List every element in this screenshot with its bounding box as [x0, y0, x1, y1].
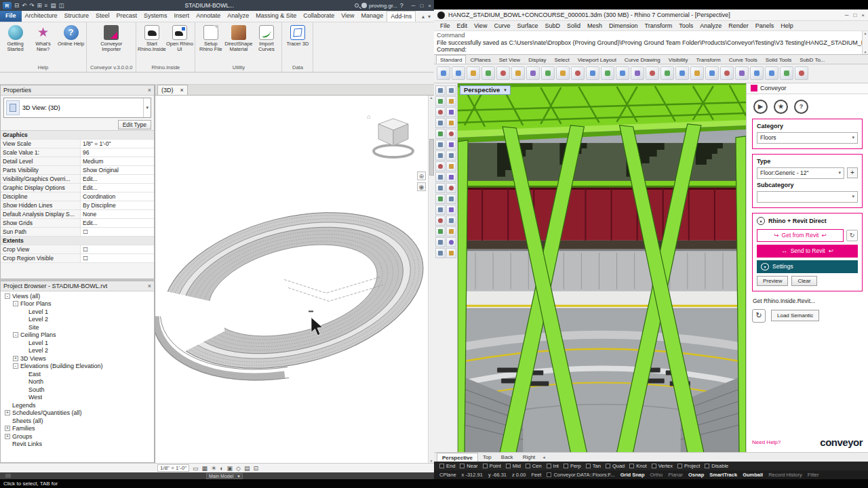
- menu-item[interactable]: File: [437, 22, 454, 29]
- viewport-tab[interactable]: Top: [478, 453, 496, 462]
- view-control-icon[interactable]: ☀: [211, 465, 216, 472]
- expand-icon[interactable]: +: [5, 426, 10, 431]
- close-icon[interactable]: ×: [180, 87, 184, 94]
- qat-icon[interactable]: ⊞: [37, 2, 41, 9]
- toolbar-icon[interactable]: [467, 66, 480, 80]
- palette-icon[interactable]: [446, 205, 456, 215]
- property-row[interactable]: View Scale1/8" = 1'-0": [1, 140, 154, 148]
- status-toggle[interactable]: Planar: [668, 472, 683, 478]
- menu-item[interactable]: Analyze: [696, 22, 725, 29]
- get-from-revit-button[interactable]: ↪Get from Revit↩: [757, 229, 844, 242]
- chevron-down-icon[interactable]: ▾: [504, 87, 507, 93]
- ribbon-tab[interactable]: View: [338, 11, 357, 22]
- checkbox[interactable]: [439, 464, 444, 468]
- toolbar-icon[interactable]: [437, 66, 450, 80]
- toolbar-icon[interactable]: [556, 66, 570, 80]
- menu-item[interactable]: Help: [777, 22, 797, 29]
- status-toggle[interactable]: Grid Snap: [620, 472, 645, 478]
- property-row[interactable]: Extents: [1, 237, 154, 245]
- ribbon-collapse[interactable]: ▴▾: [422, 11, 434, 22]
- osnap-toggle[interactable]: Project: [677, 463, 700, 469]
- current-layer[interactable]: Conveyor:DATA::Floors:F...: [547, 472, 614, 478]
- property-row[interactable]: Crop View☐: [1, 245, 154, 254]
- toolbar-icon[interactable]: [660, 66, 674, 80]
- checkbox[interactable]: [483, 464, 488, 468]
- status-toggle[interactable]: Osnap: [688, 472, 704, 478]
- toolbar-icon[interactable]: [481, 66, 495, 80]
- toolbar-tab[interactable]: Standard: [436, 55, 466, 64]
- minimize-button[interactable]: ─: [412, 3, 416, 9]
- tree-item[interactable]: North: [1, 378, 154, 386]
- toolbar-tab[interactable]: SubD To...: [795, 55, 829, 64]
- checkbox[interactable]: [547, 464, 551, 468]
- menu-item[interactable]: View: [471, 22, 490, 29]
- preview-button[interactable]: Preview: [757, 276, 788, 286]
- ribbon-tab[interactable]: Precast: [113, 11, 141, 22]
- palette-icon[interactable]: [435, 85, 446, 96]
- checkbox[interactable]: [606, 464, 610, 468]
- osnap-toggle[interactable]: Tan: [586, 463, 601, 469]
- osnap-toggle[interactable]: Quad: [606, 463, 625, 469]
- viewcube[interactable]: ⌂: [366, 110, 416, 162]
- palette-icon[interactable]: [435, 150, 446, 161]
- ribbon-tab[interactable]: File: [0, 11, 22, 22]
- settings-button[interactable]: ▾Settings: [757, 260, 858, 273]
- revit-canvas[interactable]: ⌂ ⊕ ◉ ▲ ▼: [155, 96, 434, 463]
- property-row[interactable]: Show Hidden LinesBy Discipline: [1, 201, 154, 210]
- tree-item[interactable]: East: [1, 370, 154, 378]
- checkbox[interactable]: [460, 464, 465, 468]
- close-button[interactable]: ×: [428, 3, 431, 9]
- tree-item[interactable]: +Groups: [1, 432, 154, 441]
- toolbar-icon[interactable]: [452, 66, 465, 80]
- ribbon-tab[interactable]: Add-Ins: [387, 11, 416, 22]
- osnap-toggle[interactable]: Disable: [705, 463, 728, 469]
- menu-item[interactable]: Surface: [513, 22, 541, 29]
- online-help-button[interactable]: ?Online Help: [57, 23, 85, 63]
- load-semantic-button[interactable]: Load Semantic: [771, 310, 819, 321]
- palette-icon[interactable]: [435, 107, 446, 117]
- toolbar-icon[interactable]: [765, 66, 778, 80]
- palette-icon[interactable]: [435, 205, 446, 215]
- property-row[interactable]: Detail LevelMedium: [1, 157, 154, 166]
- palette-icon[interactable]: [435, 172, 446, 182]
- help-button[interactable]: ?: [794, 100, 808, 114]
- palette-icon[interactable]: [435, 194, 446, 204]
- palette-icon[interactable]: [446, 150, 456, 161]
- scroll-up-icon[interactable]: ▲: [430, 96, 433, 100]
- expand-icon[interactable]: -: [13, 332, 18, 338]
- tree-item[interactable]: Level 1: [1, 339, 154, 347]
- ribbon-tab[interactable]: Steel: [92, 11, 113, 22]
- view-scale-control[interactable]: 1/8" = 1'-0": [157, 464, 189, 472]
- qat-icon[interactable]: ↷: [29, 2, 34, 9]
- toolbar-tab[interactable]: Transform: [692, 55, 725, 64]
- clear-button[interactable]: Clear: [791, 276, 816, 286]
- tree-item[interactable]: -Ceiling Plans: [1, 331, 154, 340]
- maximize-button[interactable]: □: [853, 12, 856, 18]
- tree-item[interactable]: West: [1, 394, 154, 402]
- toolbar-icon[interactable]: [795, 66, 808, 80]
- qat-icon[interactable]: ↶: [22, 2, 26, 9]
- palette-icon[interactable]: [446, 248, 456, 258]
- menu-item[interactable]: Curve: [490, 22, 513, 29]
- toolbar-tab[interactable]: Visibility: [665, 55, 692, 64]
- palette-icon[interactable]: [435, 183, 446, 193]
- status-field[interactable]: x -312.91: [462, 472, 483, 478]
- tree-item[interactable]: Site: [1, 323, 154, 331]
- rhino-viewport[interactable]: Perspective▾: [458, 83, 746, 453]
- toolbar-icon[interactable]: [526, 66, 540, 80]
- whats-new-button[interactable]: ★What's New?: [29, 23, 57, 63]
- tree-item[interactable]: -Floor Plans: [1, 300, 154, 308]
- tree-item[interactable]: Level 1: [1, 308, 154, 316]
- toolbar-tab[interactable]: Solid Tools: [762, 55, 796, 64]
- property-row[interactable]: Parts VisibilityShow Original: [1, 166, 154, 175]
- toolbar-tab[interactable]: Display: [524, 55, 550, 64]
- steering-wheel-icon[interactable]: ⊕: [417, 171, 426, 180]
- status-field[interactable]: CPlane: [439, 472, 456, 478]
- tree-item[interactable]: Level 2: [1, 316, 154, 324]
- command-scrollbar[interactable]: ▲▼: [862, 31, 868, 54]
- tree-item[interactable]: Legends: [1, 401, 154, 409]
- property-row[interactable]: Graphics: [1, 131, 154, 140]
- command-prompt[interactable]: Command:: [437, 46, 859, 54]
- ribbon-tab[interactable]: Systems: [140, 11, 171, 22]
- checkbox[interactable]: [586, 464, 591, 468]
